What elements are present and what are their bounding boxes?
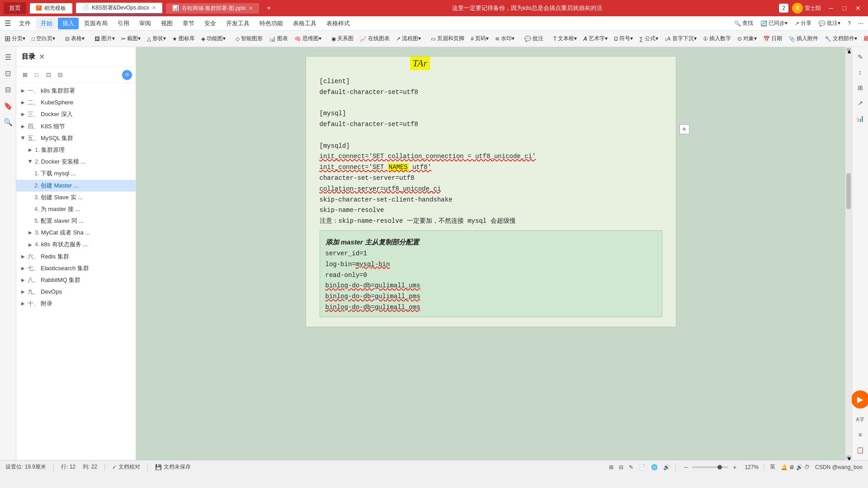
image-btn[interactable]: 🖼 图片▾ — [92, 33, 118, 45]
page-nav-icon[interactable]: ⊡ — [2, 67, 14, 80]
right-icon-3[interactable]: ⊞ — [854, 81, 867, 94]
close-button[interactable]: ✕ — [852, 2, 864, 14]
attach-btn[interactable]: 📎 插入附件 — [786, 33, 821, 45]
icon-lib-btn[interactable]: ★ 图标库 — [170, 33, 198, 45]
doc-view-btn[interactable]: 📄 — [639, 464, 646, 470]
search-button[interactable]: 🔍 查找 — [731, 17, 756, 30]
vertical-scrollbar[interactable]: ▲ ▼ — [845, 47, 852, 460]
right-icon-1[interactable]: ✎ — [854, 51, 867, 63]
hamburger-menu[interactable]: ☰ — [2, 17, 14, 30]
insert-num-btn[interactable]: ① 插入数字 — [700, 33, 734, 45]
sidebar-item-mycat[interactable]: ▶ 3. MyCat 或者 Sha ... — [16, 227, 136, 239]
share-button[interactable]: ↗ 分享 — [792, 17, 814, 30]
right-icon-5[interactable]: 📊 — [854, 112, 867, 125]
scroll-thumb[interactable] — [846, 173, 851, 209]
sidebar-item-docker-install[interactable]: ▶ 2. Docker 安装模 ... — [16, 156, 136, 168]
sidebar-item-kubersphere[interactable]: ▶ 二、 KubeSphere — [16, 97, 136, 108]
menu-table-style[interactable]: 表格样式 — [322, 18, 354, 29]
menu-file[interactable]: 文件 — [14, 18, 35, 29]
right-icon-4[interactable]: ↗ — [854, 97, 867, 109]
zoom-slider-thumb[interactable] — [717, 465, 722, 469]
right-icon-bottom-2[interactable]: ≡ — [854, 428, 867, 441]
formula-btn[interactable]: ∑ 公式▾ — [637, 33, 661, 45]
save-status-item[interactable]: 💾 文档未保存 — [155, 463, 191, 471]
play-button[interactable]: ▶ — [851, 390, 868, 408]
home-button[interactable]: 首页 — [4, 2, 26, 14]
right-icon-bottom-3[interactable]: 📋 — [854, 444, 867, 456]
sidebar-tool-2[interactable]: □ — [32, 70, 42, 80]
sidebar-item-master-connect[interactable]: 4. 为 master 接 ... — [16, 203, 136, 215]
sidebar-item-appendix[interactable]: ▶ 十、 附录 — [16, 298, 136, 310]
tab-doc[interactable]: 📄 K8S部署&DevOps.docx ✕ — [76, 3, 162, 14]
sidebar-toggle[interactable]: ☰ — [2, 51, 14, 63]
menu-review[interactable]: 审阅 — [135, 18, 156, 29]
right-icon-2[interactable]: ↕ — [854, 66, 867, 79]
screenshot-btn[interactable]: ✂ 截图▾ — [118, 33, 143, 45]
minimize-button[interactable]: ─ — [825, 2, 837, 14]
chart-btn[interactable]: 📊 图表 — [266, 33, 291, 45]
watermark-btn[interactable]: ≋ 水印▾ — [492, 33, 517, 45]
doc-tab-close[interactable]: ✕ — [152, 5, 156, 11]
menu-insert[interactable]: 插入 — [58, 18, 79, 29]
sidebar-tool-1[interactable]: ⊠ — [20, 70, 30, 80]
fullscreen-btn[interactable]: ⊞ — [609, 464, 613, 470]
sidebar-item-slave-config[interactable]: 5. 配置 slaver 同 ... — [16, 215, 136, 227]
menu-special[interactable]: 特色功能 — [255, 18, 288, 29]
header-footer-btn[interactable]: ▭ 页眉和页脚 — [428, 33, 467, 45]
zoom-in-ruler[interactable]: + — [679, 124, 689, 134]
object-btn[interactable]: ⊙ 对象▾ — [735, 33, 760, 45]
page-break-btn[interactable]: ⊞ 分页▾ — [2, 33, 28, 45]
func-chart-btn[interactable]: ◈ 功能图▾ — [198, 33, 228, 45]
ppt-tab-close[interactable]: ✕ — [249, 5, 253, 11]
menu-table-tools[interactable]: 表格工具 — [288, 18, 321, 29]
symbol-btn[interactable]: Ω 符号▾ — [611, 33, 636, 45]
sidebar-item-devops[interactable]: ▶ 九、 DevOps — [16, 286, 136, 298]
date-btn[interactable]: 📅 日期 — [760, 33, 785, 45]
dropcap-btn[interactable]: ↓A 首字下沉▾ — [662, 33, 699, 45]
zoom-level[interactable]: 127% — [745, 464, 759, 470]
sidebar-tool-3[interactable]: ⊡ — [43, 70, 53, 80]
menu-start[interactable]: 开始 — [36, 18, 57, 29]
sidebar-item-k8s-detail[interactable]: ▶ 四、 K8S 细节 — [16, 121, 136, 132]
sidebar-item-rabbitmq[interactable]: ▶ 八、 RabbitMQ 集群 — [16, 274, 136, 286]
scroll-down[interactable]: ▼ — [846, 455, 851, 459]
menu-chapter[interactable]: 章节 — [178, 18, 199, 29]
doc-content[interactable]: + TAr [client] default-character-set=utf… — [136, 47, 845, 460]
menu-dev[interactable]: 开发工具 — [222, 18, 254, 29]
zoom-in-button[interactable]: + — [730, 463, 739, 472]
scroll-up[interactable]: ▲ — [846, 48, 851, 52]
sidebar-item-download-mysql[interactable]: 1. 下载 mysql ... — [16, 168, 136, 179]
annotation-btn[interactable]: 💬 批注 — [522, 33, 546, 45]
web-icon[interactable]: 🌐 — [651, 464, 658, 470]
right-icon-bottom-1[interactable]: A字 — [854, 413, 867, 426]
sidebar-item-create-slave[interactable]: 3. 创建 Slave 实 ... — [16, 192, 136, 203]
textbox-btn[interactable]: T 文本框▾ — [551, 33, 580, 45]
sidebar-item-docker[interactable]: ▶ 三、 Docker 深入 — [16, 108, 136, 120]
online-chart-btn[interactable]: 📈 在线图表 — [357, 33, 392, 45]
sidebar-tool-4[interactable]: ⊟ — [55, 70, 65, 80]
mindmap-btn[interactable]: 🧠 思维图▾ — [292, 33, 324, 45]
doc-check-item[interactable]: ✓ 文档校对 — [112, 463, 140, 471]
more-button[interactable]: ⋯ — [855, 17, 866, 30]
smart-shape-btn[interactable]: ◇ 智能图形 — [233, 33, 265, 45]
comment-button[interactable]: 💬 批注▾ — [816, 17, 843, 30]
new-tab-button[interactable]: + — [263, 2, 275, 14]
artword-btn[interactable]: A 艺术字▾ — [580, 33, 610, 45]
notification-badge[interactable]: 2 — [779, 4, 788, 13]
sidebar-close-button[interactable]: ✕ — [39, 52, 45, 61]
sidebar-item-redis[interactable]: ▶ 六、 Redis 集群 — [16, 251, 136, 263]
sidebar-item-k8s[interactable]: ▶ 一、 k8s 集群部署 — [16, 85, 136, 97]
speaker-icon[interactable]: 🔊 — [663, 464, 670, 470]
relation-btn[interactable]: ◉ 关系图 — [329, 33, 356, 45]
zoom-slider[interactable] — [692, 466, 728, 468]
sidebar-item-stateful[interactable]: ▶ 4. k8s 有状态服务 ... — [16, 239, 136, 250]
table-btn[interactable]: ⊟ 表格▾ — [62, 33, 87, 45]
search-icon[interactable]: 🔍 — [2, 116, 14, 128]
maximize-button[interactable]: □ — [838, 2, 851, 14]
shape-btn[interactable]: △ 形状▾ — [144, 33, 169, 45]
table-nav-icon[interactable]: ⊟ — [2, 83, 14, 96]
multi-page-btn[interactable]: ⊟ — [619, 464, 623, 470]
bookmark-icon[interactable]: 🔖 — [2, 99, 14, 112]
sidebar-item-cluster-theory[interactable]: ▶ 1. 集群原理 — [16, 144, 136, 156]
tab-wps[interactable]: 🅿 稻壳模板 — [30, 3, 72, 14]
